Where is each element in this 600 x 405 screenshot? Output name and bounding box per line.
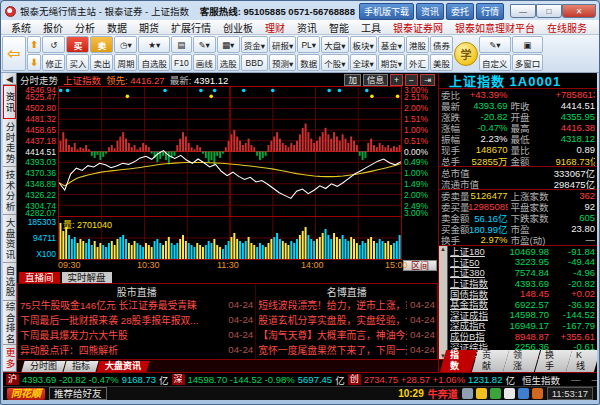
news-item[interactable]: 股道玄机分享实盘股，实盘经验，T策...04-24 bbox=[258, 312, 435, 327]
tab-直播间[interactable]: 直播间 bbox=[19, 272, 60, 283]
tab-领涨[interactable]: 领涨 bbox=[503, 350, 540, 372]
toolbar-button[interactable]: 修正 bbox=[42, 54, 65, 71]
toolbar-button[interactable]: ↺ bbox=[42, 36, 65, 53]
toolbar-button[interactable]: 自定义 bbox=[479, 54, 511, 71]
chart-button-⇥[interactable]: ⇥ bbox=[420, 74, 435, 86]
toolbar-button[interactable]: ★▾ bbox=[138, 36, 170, 53]
toolbar-button[interactable]: 周期 bbox=[114, 54, 137, 71]
sidebar-item-更多[interactable]: 更多 bbox=[3, 345, 16, 372]
titlebar-button[interactable]: 行情 bbox=[476, 3, 504, 20]
study-badge[interactable]: 学 bbox=[454, 42, 478, 66]
tab-实时解盘[interactable]: 实时解盘 bbox=[62, 272, 112, 283]
news-item[interactable]: 宽怀一度尾盘果然下来了，下周一还有...04-24 bbox=[258, 342, 435, 357]
menu-item[interactable]: 数据 bbox=[101, 20, 133, 35]
menu-item[interactable]: 银泰如意理财平台 bbox=[449, 20, 541, 35]
transfer-icon[interactable] bbox=[532, 388, 543, 399]
toolbar-button[interactable]: 资金▾ bbox=[241, 36, 268, 53]
menu-item[interactable]: 扩展行情 bbox=[165, 20, 217, 35]
tab-指数[interactable]: 指数 bbox=[440, 350, 477, 372]
toolbar-button[interactable]: ⬆ bbox=[27, 36, 41, 53]
menu-item[interactable]: 分析 bbox=[69, 20, 101, 35]
menu-item[interactable]: 理财 bbox=[259, 20, 291, 35]
toolbar-button[interactable]: 多窗口 bbox=[512, 54, 544, 71]
minimize-button[interactable]: — bbox=[510, 4, 536, 18]
toolbar-button[interactable]: 数据 bbox=[297, 54, 320, 71]
news-item[interactable]: 下周最后一批财报来袭 28股季报年报双...04-24 bbox=[20, 312, 253, 327]
menu-item[interactable]: 创业板 bbox=[217, 20, 259, 35]
chat-icon[interactable] bbox=[504, 388, 515, 399]
news-item[interactable]: 异动股点评：四熊解析04-24 bbox=[20, 342, 253, 357]
menu-item[interactable]: 资讯 bbox=[291, 20, 323, 35]
toolbar-button[interactable]: ▦▾ bbox=[217, 36, 240, 53]
menu-item[interactable]: 在线服务 bbox=[541, 20, 593, 35]
index-list-scrollbar[interactable]: ▲▼ bbox=[439, 246, 448, 359]
toolbar-button[interactable]: 基金▾ bbox=[378, 36, 405, 53]
close-button[interactable]: ✕ bbox=[562, 4, 596, 18]
intraday-chart[interactable] bbox=[58, 86, 402, 217]
toolbar-button[interactable]: 个股▾ bbox=[321, 54, 348, 71]
toolbar-button[interactable]: 预测▾ bbox=[269, 54, 296, 71]
sidebar-item-大盘资讯[interactable]: 大盘资讯 bbox=[3, 215, 16, 263]
news-item[interactable]: 【淘气天尊】大概率而言，神油今天盘...04-24 bbox=[258, 327, 435, 342]
toolbar-button[interactable]: 全球▾ bbox=[350, 54, 377, 71]
mail-icon[interactable] bbox=[518, 388, 529, 399]
toolbar-button[interactable]: 卖出 bbox=[90, 54, 113, 71]
chart-button-信息[interactable]: 信息 bbox=[363, 74, 388, 86]
toolbar-button[interactable]: 大盘▾ bbox=[321, 36, 348, 53]
share-button[interactable]: 推荐给好友 bbox=[49, 387, 107, 400]
menu-item[interactable]: 智能 bbox=[323, 20, 355, 35]
chart-button-+[interactable]: + bbox=[390, 74, 403, 86]
sidebar-item-自选股[interactable]: 自选股 bbox=[3, 263, 16, 301]
tab-指标[interactable]: 指标 bbox=[63, 361, 98, 372]
toolbar-button[interactable]: 美股 bbox=[430, 54, 453, 71]
toolbar-button[interactable]: BBD bbox=[241, 54, 268, 71]
toolbar-button[interactable]: ▤ bbox=[171, 36, 192, 53]
tab-分时图[interactable]: 分时图 bbox=[21, 361, 65, 372]
sidebar-collapse-icon[interactable]: ◀ bbox=[3, 73, 16, 85]
bell-icon[interactable] bbox=[476, 388, 487, 399]
sidebar-item-分时走势[interactable]: 分时走势 bbox=[3, 119, 16, 167]
menu-item[interactable]: 期货 bbox=[133, 20, 165, 35]
toolbar-button[interactable]: ▣ bbox=[512, 36, 544, 53]
chart-button-−[interactable]: − bbox=[405, 74, 418, 86]
sidebar-item-综合排名[interactable]: 综合排名 bbox=[3, 301, 16, 345]
toolbar-button[interactable]: 选股 bbox=[217, 54, 240, 71]
scroll-up-icon[interactable]: ▲ bbox=[440, 246, 446, 252]
toolbar-button[interactable]: ◷▾ bbox=[114, 36, 137, 53]
volume-chart[interactable]: 量: 2701040 bbox=[58, 217, 402, 260]
sidebar-item-技术分析[interactable]: 技术分析 bbox=[3, 167, 16, 215]
menu-item[interactable]: 工具 bbox=[355, 20, 387, 35]
toolbar-button[interactable]: PL▾ bbox=[297, 36, 320, 53]
toolbar-button[interactable]: ✎▾ bbox=[479, 36, 511, 53]
menu-item[interactable]: 银泰证券网 bbox=[387, 20, 449, 35]
toolbar-button[interactable]: 板块▾ bbox=[350, 36, 377, 53]
toolbar-button[interactable]: ⬇ bbox=[27, 54, 41, 71]
news-item[interactable]: 75只牛股吸金146亿元 长江证券最受青睐04-24 bbox=[20, 297, 253, 312]
tab-K线[interactable]: K线 bbox=[566, 350, 597, 372]
toolbar-button[interactable]: 研报▾ bbox=[269, 36, 296, 53]
titlebar-button[interactable]: 手机版下载 bbox=[359, 3, 414, 20]
toolbar-button[interactable]: 期货▾ bbox=[378, 54, 405, 71]
interval-button[interactable]: 区间 bbox=[403, 260, 437, 271]
chart-button-加[interactable]: 加 bbox=[344, 74, 361, 86]
sidebar-item-资讯[interactable]: 资讯 bbox=[3, 85, 16, 119]
calendar-icon[interactable] bbox=[490, 388, 501, 399]
toolbar-button[interactable]: 卖 bbox=[90, 36, 113, 53]
toolbar-button[interactable]: F10 bbox=[171, 54, 192, 71]
menu-item[interactable]: 系统 bbox=[5, 20, 37, 35]
toolbar-button[interactable]: 自选股 bbox=[138, 54, 170, 71]
news-item[interactable]: 异动股点评：四牛解析04-24 bbox=[20, 357, 253, 359]
toolbar-button[interactable]: 画线 bbox=[193, 54, 216, 71]
toolbar-button[interactable]: 买入 bbox=[66, 54, 89, 71]
toolbar-button[interactable]: 港股 bbox=[406, 36, 429, 53]
titlebar-button[interactable]: 委托 bbox=[446, 3, 474, 20]
news-item[interactable]: 下周最具爆发力六大牛股04-24 bbox=[20, 327, 253, 342]
maximize-button[interactable]: □ bbox=[536, 4, 562, 18]
back-button[interactable]: ⇦ bbox=[2, 36, 26, 71]
news-item[interactable]: 短线波段漂亮！给力，逆市上涨，彰显...04-24 bbox=[258, 297, 435, 312]
news-item[interactable]: 【花花大士】难道尾盘股指拉升透多？04-24 bbox=[258, 357, 435, 359]
hint-label[interactable]: 牛奔道 bbox=[428, 386, 458, 401]
toolbar-button[interactable]: 外汇 bbox=[406, 54, 429, 71]
toolbar-button[interactable]: 买 bbox=[66, 36, 89, 53]
menu-item[interactable]: 报价 bbox=[37, 20, 69, 35]
